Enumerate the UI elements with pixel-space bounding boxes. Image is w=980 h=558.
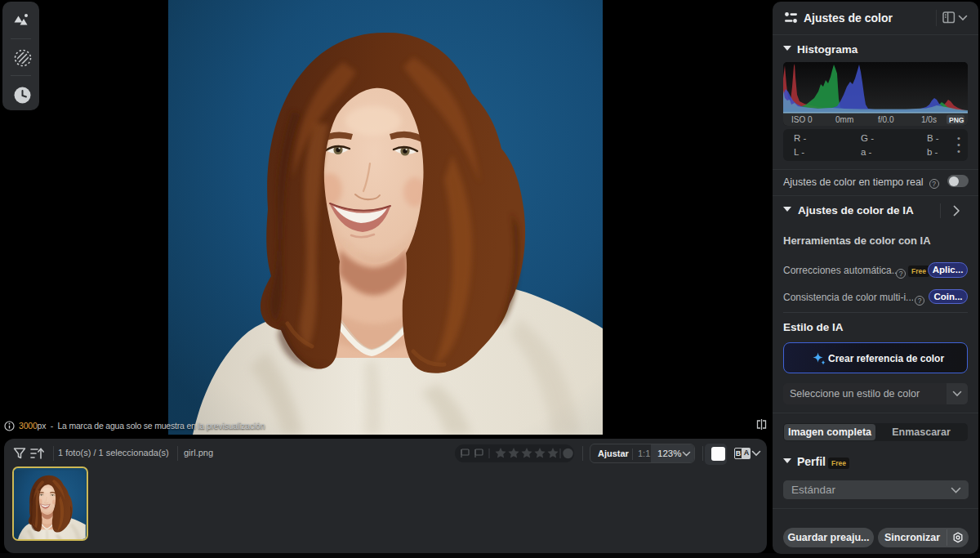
svg-text:f/0.0: f/0.0 (878, 115, 894, 124)
svg-text:ISO 0: ISO 0 (791, 115, 813, 124)
svg-text:PNG: PNG (949, 116, 964, 124)
svg-text:0mm: 0mm (835, 115, 853, 124)
svg-text:1/0s: 1/0s (921, 115, 937, 124)
